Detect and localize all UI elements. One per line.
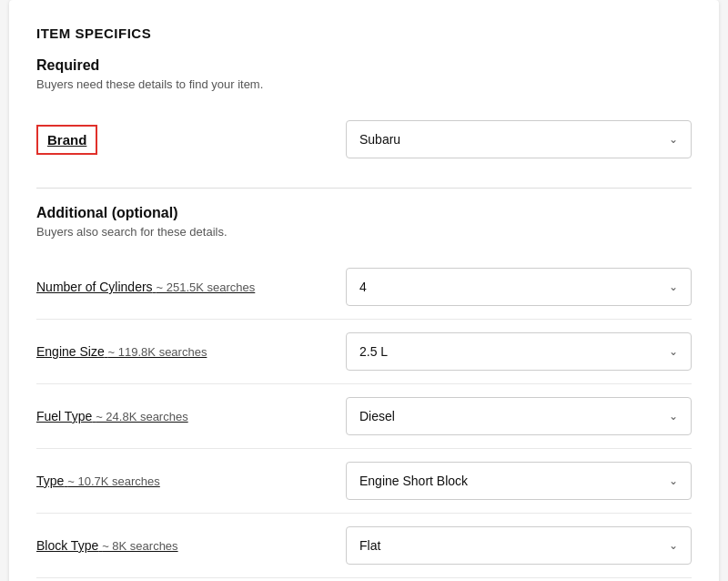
additional-subtitle: Buyers also search for these details.: [36, 225, 692, 239]
fuel-type-field-row: Fuel Type ~ 24.8K searches Diesel ⌄: [36, 384, 692, 449]
required-heading: Required: [36, 57, 692, 74]
required-subtitle: Buyers need these details to find your i…: [36, 77, 692, 91]
fuel-type-dropdown[interactable]: Diesel ⌄: [346, 397, 692, 435]
fuel-type-value: Diesel: [359, 409, 395, 423]
type-search-count: ~ 10.7K searches: [67, 474, 160, 488]
type-field-row: Type ~ 10.7K searches Engine Short Block…: [36, 449, 692, 514]
block-type-value: Flat: [359, 538, 380, 553]
chevron-down-icon: ⌄: [669, 280, 678, 293]
brand-field-row: Brand Subaru ⌄: [36, 107, 692, 171]
type-value: Engine Short Block: [359, 474, 468, 488]
item-specifics-panel: ITEM SPECIFICS Required Buyers need thes…: [9, 0, 719, 581]
section-divider: [36, 188, 692, 189]
block-type-search-count: ~ 8K searches: [102, 539, 177, 553]
page-title: ITEM SPECIFICS: [36, 25, 692, 41]
brand-label-wrapper: Brand: [36, 125, 97, 155]
engine-size-dropdown[interactable]: 2.5 L ⌄: [346, 332, 692, 371]
type-dropdown[interactable]: Engine Short Block ⌄: [346, 462, 692, 500]
chevron-down-icon: ⌄: [669, 410, 678, 423]
additional-heading: Additional (optional): [36, 205, 692, 221]
chevron-down-icon: ⌄: [669, 345, 678, 358]
chevron-down-icon: ⌄: [669, 474, 678, 487]
required-section: Required Buyers need these details to fi…: [36, 57, 692, 171]
additional-section: Additional (optional) Buyers also search…: [36, 205, 692, 581]
engine-size-label[interactable]: Engine Size ~ 119.8K searches: [36, 344, 218, 359]
fuel-type-search-count: ~ 24.8K searches: [96, 410, 188, 423]
block-type-dropdown[interactable]: Flat ⌄: [346, 526, 692, 565]
chevron-down-icon: ⌄: [669, 539, 678, 552]
fuel-type-label[interactable]: Fuel Type ~ 24.8K searches: [36, 409, 218, 423]
engine-size-search-count: ~ 119.8K searches: [108, 345, 207, 359]
cylinders-field-row: Number of Cylinders ~ 251.5K searches 4 …: [36, 255, 692, 320]
cylinders-search-count: ~ 251.5K searches: [157, 280, 256, 294]
brand-dropdown[interactable]: Subaru ⌄: [346, 120, 692, 158]
type-label[interactable]: Type ~ 10.7K searches: [36, 474, 218, 488]
cylinders-dropdown[interactable]: 4 ⌄: [346, 268, 692, 306]
cylinders-value: 4: [359, 280, 367, 294]
brand-value: Subaru: [359, 132, 400, 147]
engine-size-value: 2.5 L: [359, 344, 388, 359]
brand-label[interactable]: Brand: [36, 125, 97, 155]
block-type-label[interactable]: Block Type ~ 8K searches: [36, 538, 218, 553]
cylinders-label[interactable]: Number of Cylinders ~ 251.5K searches: [36, 280, 255, 294]
chevron-down-icon: ⌄: [669, 133, 678, 146]
engine-size-field-row: Engine Size ~ 119.8K searches 2.5 L ⌄: [36, 320, 692, 384]
block-type-field-row: Block Type ~ 8K searches Flat ⌄: [36, 514, 692, 578]
